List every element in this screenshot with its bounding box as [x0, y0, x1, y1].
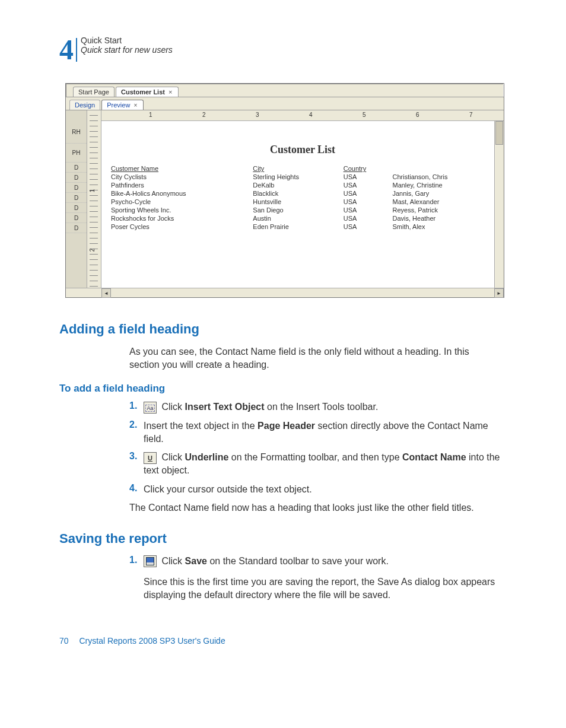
scroll-right-button[interactable]: ►	[494, 288, 504, 298]
chapter-header: 4 Quick Start Quick start for new users	[59, 36, 507, 64]
step-body: Click Insert Text Object on the Insert T…	[144, 400, 507, 414]
table-row: City CyclistsSterling HeightsUSAChristia…	[109, 173, 497, 181]
chapter-title: Quick Start	[81, 36, 173, 45]
table-cell: USA	[341, 222, 390, 231]
chapter-divider	[76, 38, 77, 62]
section-label: RH	[66, 121, 87, 144]
table-cell: Blacklick	[250, 189, 341, 198]
page-number: 70	[59, 636, 69, 646]
tab-design[interactable]: Design	[69, 100, 100, 110]
section-label: D	[66, 213, 87, 223]
table-cell: DeKalb	[250, 181, 341, 189]
horizontal-scrollbar[interactable]: ◄ ►	[66, 288, 504, 297]
section-intro: As you can see, the Contact Name field i…	[129, 345, 501, 371]
chapter-number: 4	[59, 36, 74, 64]
table-row: Psycho-CycleHuntsvilleUSAMast, Alexander	[109, 198, 497, 206]
table-row: PathfindersDeKalbUSAManley, Christine	[109, 181, 497, 189]
report-title: Customer List	[109, 144, 497, 156]
table-row: Sporting Wheels Inc.San DiegoUSAReyess, …	[109, 206, 497, 214]
table-cell: Davis, Heather	[390, 214, 497, 222]
column-header	[390, 164, 497, 173]
table-cell: Pathfinders	[109, 181, 250, 189]
section-label: PH	[66, 144, 87, 163]
report-designer-screenshot: Start Page Customer List × Design Previe…	[65, 83, 504, 298]
table-row: Bike-A-Holics AnonymousBlacklickUSAJanni…	[109, 189, 497, 198]
section-heading-adding-field: Adding a field heading	[59, 322, 507, 337]
vertical-scrollbar[interactable]	[494, 121, 504, 288]
tab-label: Preview	[107, 101, 130, 109]
step-number: 3.	[129, 451, 144, 476]
task-heading-add-field: To add a field heading	[59, 383, 507, 395]
table-cell: Eden Prairie	[250, 222, 341, 231]
section-label: D	[66, 173, 87, 183]
table-cell: Christianson, Chris	[390, 173, 497, 181]
section-outro: The Contact Name field now has a heading…	[129, 501, 501, 514]
table-cell: Mast, Alexander	[390, 198, 497, 206]
step-number: 1.	[129, 400, 144, 414]
step-body: Click your cursor outside the text objec…	[144, 483, 507, 496]
section-label: D	[66, 203, 87, 213]
view-tabs: Design Preview ×	[66, 97, 504, 110]
table-cell: Sterling Heights	[250, 173, 341, 181]
section-label: D	[66, 163, 87, 173]
step-body: U Click Underline on the Formatting tool…	[144, 451, 507, 476]
section-gutter: RH PH D D D D D D D	[66, 110, 87, 288]
table-cell: Poser Cycles	[109, 222, 250, 231]
table-row: Poser CyclesEden PrairieUSASmith, Alex	[109, 222, 497, 231]
table-cell: Jannis, Gary	[390, 189, 497, 198]
table-cell: Manley, Christine	[390, 181, 497, 189]
table-cell: Bike-A-Holics Anonymous	[109, 189, 250, 198]
table-cell: Psycho-Cycle	[109, 198, 250, 206]
report-canvas[interactable]: Customer List Customer Name City Country…	[101, 121, 504, 288]
section-heading-saving: Saving the report	[59, 531, 507, 546]
table-cell: Austin	[250, 214, 341, 222]
insert-text-object-icon	[144, 402, 157, 414]
section-label: D	[66, 193, 87, 203]
chapter-subtitle: Quick start for new users	[81, 45, 173, 55]
tab-customer-list[interactable]: Customer List ×	[116, 87, 179, 97]
tab-label: Customer List	[121, 88, 165, 96]
table-cell: USA	[341, 189, 390, 198]
close-icon[interactable]: ×	[167, 88, 173, 96]
step-followup: Since this is the first time you are sav…	[144, 576, 507, 601]
underline-icon: U	[144, 452, 157, 464]
step-number: 1.	[129, 555, 144, 606]
table-header-row: Customer Name City Country	[109, 164, 497, 173]
table-cell: Reyess, Patrick	[390, 206, 497, 214]
table-cell: USA	[341, 206, 390, 214]
table-cell: Huntsville	[250, 198, 341, 206]
section-label: D	[66, 223, 87, 233]
table-cell: USA	[341, 173, 390, 181]
table-cell: USA	[341, 198, 390, 206]
column-header: Country	[341, 164, 390, 173]
page-footer: 70 Crystal Reports 2008 SP3 User's Guide	[59, 612, 507, 646]
scrollbar-track[interactable]	[147, 288, 494, 297]
step-number: 4.	[129, 483, 144, 496]
column-header: City	[250, 164, 341, 173]
column-header: Customer Name	[109, 164, 250, 173]
guide-title: Crystal Reports 2008 SP3 User's Guide	[79, 636, 225, 646]
tab-start-page[interactable]: Start Page	[73, 87, 115, 97]
table-cell: USA	[341, 181, 390, 189]
table-row: Rockshocks for JocksAustinUSADavis, Heat…	[109, 214, 497, 222]
scroll-left-button[interactable]: ◄	[101, 288, 111, 298]
table-cell: City Cyclists	[109, 173, 250, 181]
table-cell: San Diego	[250, 206, 341, 214]
table-cell: Rockshocks for Jocks	[109, 214, 250, 222]
table-cell: Smith, Alex	[390, 222, 497, 231]
section-label: D	[66, 183, 87, 193]
save-icon	[144, 555, 157, 567]
report-table: Customer Name City Country City Cyclists…	[109, 164, 497, 231]
step-body: Click Save on the Standard toolbar to sa…	[144, 555, 507, 606]
document-tabs: Start Page Customer List ×	[66, 84, 504, 97]
step-number: 2.	[129, 419, 144, 445]
step-body: Insert the text object in the Page Heade…	[144, 419, 507, 445]
close-icon[interactable]: ×	[132, 102, 138, 109]
horizontal-ruler: 1 2 3 4 5 6 7	[101, 110, 504, 121]
table-cell: Sporting Wheels Inc.	[109, 206, 250, 214]
tab-preview[interactable]: Preview ×	[101, 100, 144, 110]
scrollbar-thumb[interactable]	[495, 121, 503, 145]
table-cell: USA	[341, 214, 390, 222]
vertical-ruler: 1 2	[87, 110, 101, 288]
